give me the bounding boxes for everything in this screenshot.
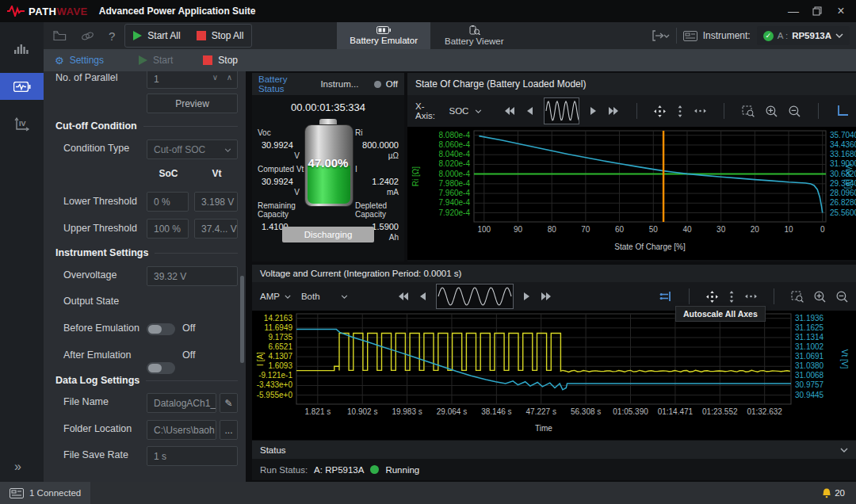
settings-scrollbar[interactable] xyxy=(240,276,244,363)
autoscale-all-icon[interactable] xyxy=(706,291,718,303)
zoom-in-icon[interactable] xyxy=(766,105,778,117)
zoom-region-icon[interactable] xyxy=(742,105,755,117)
sidebar-item-battery-emulator[interactable] xyxy=(0,73,44,100)
toggle-knob xyxy=(148,364,162,372)
play-icon xyxy=(133,31,142,40)
help-icon[interactable]: ? xyxy=(109,29,115,43)
instrument-dropdown[interactable]: ✓ A : RP5913A xyxy=(757,26,850,45)
step-forward-icon[interactable] xyxy=(524,292,530,301)
stop-button[interactable]: Stop xyxy=(195,50,246,71)
main-toolbar: ? Start All Stop All Battery Emulator Ba… xyxy=(44,22,856,49)
stop-all-button[interactable]: Stop All xyxy=(189,25,252,46)
collapse-chevron-icon[interactable] xyxy=(840,448,848,452)
before-emulation-toggle[interactable] xyxy=(147,323,175,335)
soc-chart[interactable]: 10090807060504030201008.080e-435.70408.0… xyxy=(407,127,856,260)
waveform-preview[interactable] xyxy=(436,284,514,309)
edit-file-name-button[interactable]: ✎ xyxy=(220,393,238,413)
svg-text:8.040e-4: 8.040e-4 xyxy=(439,150,471,158)
expand-panel-icon[interactable]: » xyxy=(14,460,21,474)
step-back-icon[interactable] xyxy=(419,292,426,301)
spinner-down-icon[interactable]: ∨ xyxy=(212,73,218,82)
battery-viewer-icon xyxy=(468,25,480,35)
folder-location-input[interactable]: C:\Users\baoh xyxy=(147,420,216,440)
minimize-button[interactable]: — xyxy=(781,2,805,20)
svg-text:-5.955e+0: -5.955e+0 xyxy=(257,391,293,399)
vi-chart[interactable]: 1.821 s10.902 s19.983 s29.064 s38.146 s4… xyxy=(252,311,856,440)
open-folder-icon[interactable] xyxy=(53,30,67,41)
file-save-rate-input[interactable]: 1 s xyxy=(147,446,238,466)
after-emulation-toggle[interactable] xyxy=(147,362,175,374)
current-value: 1.2402 xyxy=(353,177,399,186)
overvoltage-input[interactable]: 39.32 V xyxy=(147,266,238,286)
upper-threshold-vt-input[interactable]: 37.4... V xyxy=(194,219,238,239)
svg-text:Vt [V]: Vt [V] xyxy=(840,349,849,369)
stop-label: Stop xyxy=(218,55,238,66)
start-button[interactable]: Start xyxy=(131,50,181,71)
start-all-button[interactable]: Start All xyxy=(125,25,188,46)
tab-battery-status[interactable]: Battery Status xyxy=(258,74,312,94)
lower-threshold-soc-input[interactable]: 0 % xyxy=(147,192,189,212)
rewind-icon[interactable] xyxy=(504,106,515,116)
svg-text:01:05.390: 01:05.390 xyxy=(613,407,648,416)
zoom-out-icon[interactable] xyxy=(789,105,801,117)
zoom-out-icon[interactable] xyxy=(836,291,848,303)
trace-select[interactable]: Both xyxy=(301,292,348,301)
link-icon[interactable] xyxy=(81,31,94,41)
svg-text:90: 90 xyxy=(514,225,523,234)
tab-battery-viewer[interactable]: Battery Viewer xyxy=(432,22,517,49)
fast-forward-icon[interactable] xyxy=(541,292,552,301)
no-of-parallel-input[interactable]: 1 ∨ ∧ xyxy=(147,71,238,89)
preview-button[interactable]: Preview xyxy=(147,94,238,113)
svg-text:100: 100 xyxy=(477,225,491,234)
zoom-region-icon[interactable] xyxy=(791,291,804,303)
trace-select-value: Both xyxy=(301,292,320,301)
sidebar-item-iv-curve[interactable]: IV xyxy=(0,111,44,138)
upper-threshold-soc-input[interactable]: 100 % xyxy=(147,219,189,239)
x-axis-select[interactable]: SOC xyxy=(449,106,482,116)
lower-threshold-vt-input[interactable]: 3.198 V xyxy=(194,192,238,212)
instrument-icon xyxy=(683,31,697,41)
autoscale-vertical-icon[interactable] xyxy=(728,291,735,303)
condition-type-select[interactable]: Cut-off SOC xyxy=(147,139,238,159)
notifications-button[interactable]: 20 xyxy=(822,488,845,498)
chevron-down-icon xyxy=(475,109,482,113)
amp-select[interactable]: AMP xyxy=(260,292,291,301)
autoscale-all-icon[interactable] xyxy=(654,105,666,117)
browse-folder-button[interactable]: ... xyxy=(220,420,238,440)
settings-label: Settings xyxy=(70,55,104,66)
follow-latest-icon[interactable] xyxy=(659,291,672,302)
discharging-button[interactable]: Discharging xyxy=(282,227,374,242)
fast-forward-icon[interactable] xyxy=(608,106,619,116)
rewind-icon[interactable] xyxy=(398,292,409,301)
battery-status-body: 00.00:01:35:334 Voc 30.9924 V Computed V… xyxy=(252,95,404,262)
after-emulation-state: Off xyxy=(182,349,195,361)
waveform-preview[interactable] xyxy=(544,97,579,124)
export-icon[interactable] xyxy=(652,30,670,41)
svg-text:31.1625: 31.1625 xyxy=(795,323,824,332)
run-control-group: Start All Stop All xyxy=(124,24,252,48)
brand-wave: WAVE xyxy=(56,6,87,17)
overvoltage-value: 39.32 V xyxy=(154,271,186,282)
tab-battery-emulator[interactable]: Battery Emulator xyxy=(337,22,430,49)
tab-instrument-status[interactable]: Instrum... xyxy=(320,79,358,89)
settings-button[interactable]: ⚙ Settings xyxy=(47,50,112,71)
svg-text:State Of Charge [%]: State Of Charge [%] xyxy=(614,242,686,251)
spinner-up-icon[interactable]: ∧ xyxy=(227,73,232,82)
step-forward-icon[interactable] xyxy=(590,106,597,116)
connected-status[interactable]: 1 Connected xyxy=(0,482,90,504)
zoom-in-icon[interactable] xyxy=(814,291,826,303)
current-label: I xyxy=(355,165,357,174)
autoscale-vertical-icon[interactable] xyxy=(677,105,683,117)
data-log-settings-section: Data Log Settings xyxy=(55,375,238,386)
sidebar-item-measurements[interactable] xyxy=(0,35,44,62)
autoscale-horizontal-icon[interactable] xyxy=(694,108,706,114)
connected-label: 1 Connected xyxy=(29,488,81,498)
before-emulation-state: Off xyxy=(182,323,195,334)
axes-mode-icon[interactable] xyxy=(836,105,848,117)
close-button[interactable]: × xyxy=(829,2,853,20)
file-name-input[interactable]: DatalogACh1_2 xyxy=(147,393,216,413)
autoscale-horizontal-icon[interactable] xyxy=(745,293,757,300)
restore-button[interactable] xyxy=(805,2,829,20)
step-back-icon[interactable] xyxy=(526,106,533,116)
depleted-capacity-label: Depleted xyxy=(355,201,387,210)
